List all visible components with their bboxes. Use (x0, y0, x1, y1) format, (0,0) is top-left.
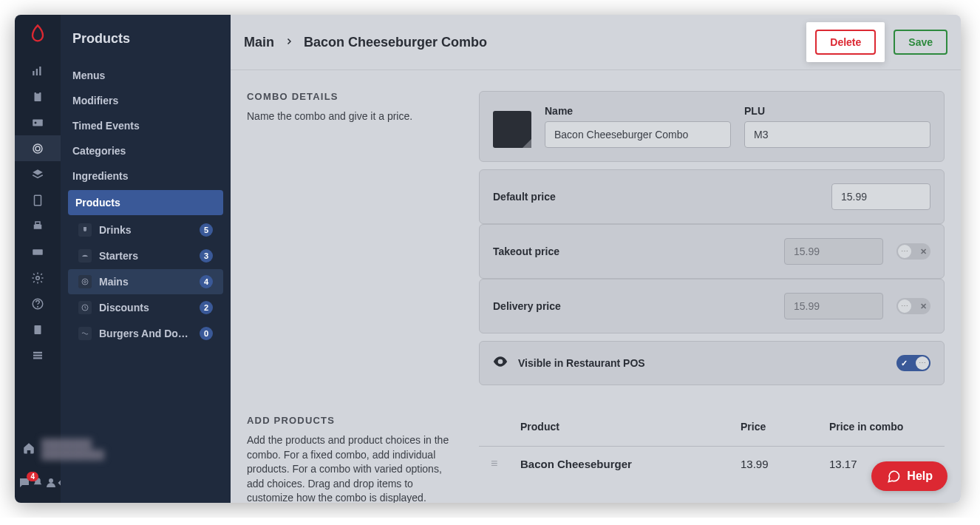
clipboard2-icon[interactable] (15, 316, 61, 342)
count-badge: 0 (200, 327, 213, 340)
svg-rect-17 (33, 351, 42, 353)
chat-bubble-icon (886, 469, 901, 484)
side-panel: Products MenusModifiersTimed EventsCateg… (61, 15, 231, 503)
plu-label: PLU (744, 105, 930, 117)
svg-rect-12 (33, 249, 43, 255)
main-area: Main Bacon Cheeseburger Combo Delete Sav… (231, 15, 961, 503)
price-input[interactable] (784, 238, 883, 265)
topbar: Main Bacon Cheeseburger Combo Delete Sav… (231, 15, 961, 70)
subitem-label: Starters (99, 250, 138, 262)
subitem-label: Burgers And Do… (99, 328, 188, 339)
sidebar-subitem[interactable]: Starters3 (68, 243, 223, 268)
content-scroll: COMBO DETAILS Name the combo and give it… (231, 70, 961, 503)
delete-highlight-wrap: Delete (806, 22, 885, 62)
breadcrumb-current: Bacon Cheeseburger Combo (304, 35, 487, 50)
sidebar-item-categories[interactable]: Categories (61, 138, 231, 163)
sidebar-subitem[interactable]: Discounts2 (68, 295, 223, 320)
price-label: Delivery price (493, 300, 771, 312)
svg-rect-11 (35, 222, 40, 225)
svg-rect-4 (36, 91, 40, 93)
bell-icon[interactable]: 4 (31, 476, 44, 490)
svg-point-7 (33, 144, 42, 153)
plu-input[interactable] (744, 121, 930, 148)
stack-icon[interactable] (15, 342, 61, 368)
user-area: ██████████████████ (15, 422, 61, 467)
svg-point-6 (35, 121, 37, 123)
clipboard-icon[interactable] (15, 84, 61, 109)
price-label: Takeout price (493, 245, 771, 257)
sidebar-subitem[interactable]: Mains4 (68, 269, 223, 294)
svg-point-20 (49, 478, 53, 483)
category-icon (78, 249, 92, 262)
chevron-right-icon (285, 35, 293, 49)
color-swatch[interactable] (493, 111, 531, 148)
svg-rect-18 (33, 354, 42, 356)
svg-rect-0 (33, 71, 34, 75)
visible-pos-label: Visible in Restaurant POS (518, 357, 886, 369)
section-desc-add-products: Add the products and product choices in … (247, 433, 461, 503)
delete-button[interactable]: Delete (815, 30, 876, 55)
price-toggle[interactable]: ✕ (896, 298, 930, 314)
icon-rail: ██████████████████ 4 (15, 15, 61, 503)
category-icon (78, 275, 92, 288)
user-icon[interactable] (44, 476, 58, 490)
visible-pos-toggle[interactable]: ✓ (896, 355, 930, 371)
col-price-combo: Price in combo (829, 421, 933, 433)
price-toggle[interactable]: ✕ (896, 243, 930, 260)
id-card-icon[interactable] (15, 109, 61, 135)
name-input[interactable] (545, 121, 731, 148)
notification-badge: 4 (27, 472, 38, 481)
category-icon (78, 327, 92, 340)
tablet-icon[interactable] (15, 187, 61, 213)
svg-rect-5 (33, 119, 43, 126)
subitem-label: Drinks (99, 224, 132, 236)
sidebar-subitem[interactable]: Drinks5 (68, 217, 223, 243)
section-desc-combo-details: Name the combo and give it a price. (247, 109, 461, 124)
layers-icon[interactable] (15, 161, 61, 187)
save-button[interactable]: Save (894, 30, 947, 55)
question-icon[interactable] (15, 291, 61, 316)
price-label: Default price (493, 191, 818, 203)
bars-icon[interactable] (15, 58, 61, 84)
count-badge: 3 (200, 249, 213, 262)
svg-rect-9 (35, 195, 41, 206)
category-icon (78, 223, 92, 237)
svg-rect-2 (39, 67, 41, 75)
subitem-label: Discounts (99, 302, 149, 314)
price-input[interactable] (784, 293, 883, 319)
sidebar-subitem[interactable]: Burgers And Do…0 (68, 321, 223, 346)
cell-price: 13.99 (741, 458, 829, 470)
sidebar-item-products[interactable]: Products (68, 190, 223, 215)
svg-point-22 (84, 281, 86, 283)
svg-rect-19 (33, 357, 42, 359)
svg-rect-16 (35, 325, 41, 334)
brand-logo (27, 24, 48, 44)
sidebar-item-menus[interactable]: Menus (61, 63, 231, 88)
section-title-add-products: ADD PRODUCTS (247, 415, 461, 426)
name-label: Name (545, 105, 731, 117)
col-price: Price (741, 421, 829, 433)
sidebar-item-timed-events[interactable]: Timed Events (61, 113, 231, 138)
breadcrumb-parent[interactable]: Main (244, 35, 274, 50)
cell-product: Bacon Cheeseburger (520, 458, 741, 470)
svg-point-21 (82, 279, 88, 285)
sidebar-item-modifiers[interactable]: Modifiers (61, 88, 231, 113)
svg-rect-1 (36, 69, 38, 75)
gear-icon[interactable] (15, 265, 61, 291)
svg-point-15 (38, 306, 38, 307)
subitem-label: Mains (99, 276, 129, 288)
count-badge: 5 (200, 223, 213, 237)
user-info-blurred: ██████████████████ (41, 438, 104, 460)
printer-icon[interactable] (15, 213, 61, 239)
help-button[interactable]: Help (871, 461, 947, 491)
col-product: Product (520, 421, 741, 433)
price-input[interactable] (831, 183, 930, 210)
section-title-combo-details: COMBO DETAILS (247, 91, 461, 102)
products-table-header: Product Price Price in combo (479, 415, 945, 438)
count-badge: 2 (200, 301, 213, 314)
plate-icon[interactable] (15, 135, 61, 161)
sidebar-item-ingredients[interactable]: Ingredients (61, 163, 231, 189)
svg-point-13 (36, 276, 40, 280)
drag-handle-icon[interactable]: ≡ (491, 457, 520, 470)
card-icon[interactable] (15, 239, 61, 265)
